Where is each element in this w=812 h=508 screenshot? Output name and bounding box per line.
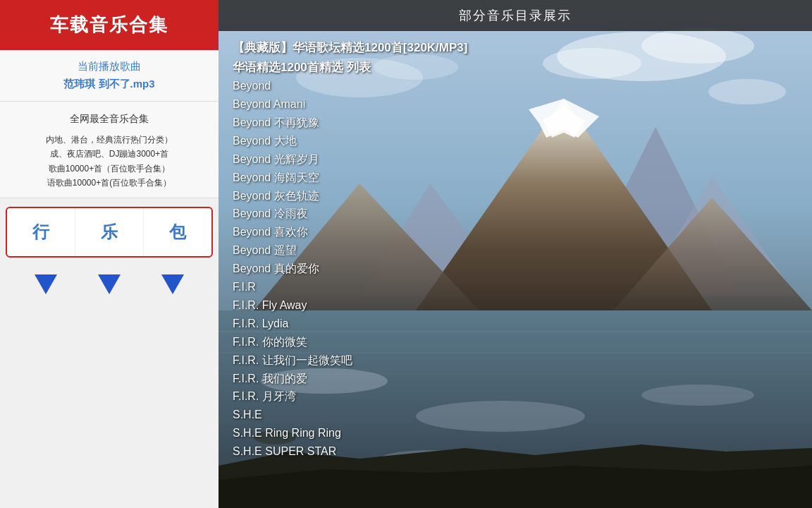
top-bar: 部分音乐目录展示 — [219, 0, 812, 31]
app-title: 车载音乐合集 — [0, 0, 219, 50]
music-item-12: Beyond 真的爱你 — [233, 260, 798, 278]
music-item-4: Beyond 不再犹豫 — [233, 114, 798, 132]
music-item-13: F.I.R — [233, 278, 798, 296]
svg-marker-2 — [161, 274, 184, 294]
music-item-7: Beyond 海阔天空 — [233, 169, 798, 187]
music-item-15: F.I.R. Lydia — [233, 315, 798, 333]
music-item-9: Beyond 冷雨夜 — [233, 205, 798, 223]
svg-marker-1 — [98, 274, 121, 294]
right-panel: 部分音乐目录展示 【典藏版】华语歌坛精选1200首[320K/MP3]华语精选1… — [219, 0, 812, 508]
music-item-11: Beyond 遥望 — [233, 241, 798, 260]
music-item-3: Beyond Amani — [233, 95, 798, 114]
arrows-row — [0, 260, 219, 300]
music-item-19: F.I.R. 月牙湾 — [233, 387, 798, 406]
music-item-6: Beyond 光辉岁月 — [233, 150, 798, 169]
svg-marker-0 — [35, 274, 57, 294]
music-item-20: S.H.E — [233, 406, 798, 424]
music-item-10: Beyond 喜欢你 — [233, 223, 798, 241]
music-item-18: F.I.R. 我们的爱 — [233, 370, 798, 388]
music-item-14: F.I.R. Fly Away — [233, 296, 798, 315]
tab-xing[interactable]: 行 — [7, 208, 75, 256]
info-line-4: 语歌曲10000+首(百位歌手合集） — [7, 176, 211, 190]
current-song-name: 范玮琪 到不了.mp3 — [11, 78, 207, 91]
music-item-17: F.I.R. 让我们一起微笑吧 — [233, 351, 798, 370]
tab-yue[interactable]: 乐 — [75, 208, 144, 256]
music-list: 【典藏版】华语歌坛精选1200首[320K/MP3]华语精选1200首精选 列表… — [219, 31, 812, 508]
arrow-down-1[interactable] — [30, 269, 61, 300]
info-line-3: 歌曲10000+首（百位歌手合集） — [7, 162, 211, 176]
current-song-label: 当前播放歌曲 — [11, 60, 207, 73]
arrow-down-2[interactable] — [94, 269, 125, 300]
left-panel: 车载音乐合集 当前播放歌曲 范玮琪 到不了.mp3 全网最全音乐合集 内地、港台… — [0, 0, 219, 508]
info-line-1: 内地、港台，经典流行热门分类） — [7, 133, 211, 147]
tab-bao[interactable]: 包 — [144, 208, 211, 256]
music-item-1: 华语精选1200首精选 列表 — [233, 58, 798, 78]
info-section: 全网最全音乐合集 内地、港台，经典流行热门分类） 成、夜店酒吧、DJ蹦迪3000… — [0, 102, 219, 198]
info-main-title: 全网最全音乐合集 — [7, 113, 211, 126]
music-item-22: S.H.E SUPER STAR — [233, 442, 798, 461]
current-song-section: 当前播放歌曲 范玮琪 到不了.mp3 — [0, 50, 219, 102]
music-item-2: Beyond — [233, 77, 798, 95]
music-item-8: Beyond 灰色轨迹 — [233, 187, 798, 205]
music-item-16: F.I.R. 你的微笑 — [233, 333, 798, 351]
info-line-2: 成、夜店酒吧、DJ蹦迪3000+首 — [7, 147, 211, 161]
bottom-tabs: 行 乐 包 — [6, 207, 213, 258]
arrow-down-3[interactable] — [157, 269, 188, 300]
music-item-0: 【典藏版】华语歌坛精选1200首[320K/MP3] — [233, 38, 798, 58]
music-item-5: Beyond 大地 — [233, 132, 798, 150]
music-item-21: S.H.E Ring Ring Ring — [233, 424, 798, 442]
